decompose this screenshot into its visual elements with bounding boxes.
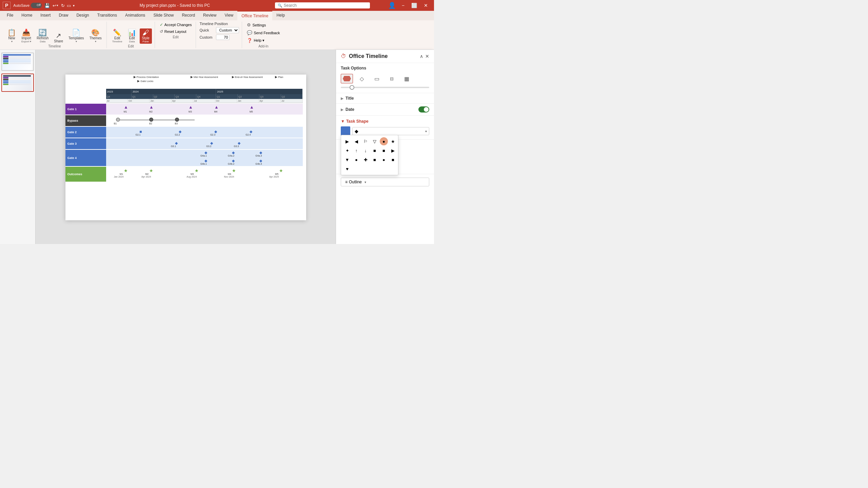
- tab-slideshow[interactable]: Slide Show: [149, 11, 178, 20]
- bypass-b1-circle[interactable]: [116, 118, 120, 122]
- slide-thumb-2[interactable]: 2: [1, 74, 34, 92]
- shape-option-sq1[interactable]: ■: [371, 146, 379, 155]
- edit-timeline-button[interactable]: ✏️ Edit Timeline: [110, 28, 124, 44]
- refresh-button[interactable]: 🔄 Refresh Data: [35, 28, 51, 44]
- shape-option-down[interactable]: ↓: [361, 146, 370, 155]
- customize-icon[interactable]: ▾: [73, 4, 75, 7]
- tab-view[interactable]: View: [220, 11, 237, 20]
- user-icon[interactable]: 👤: [386, 2, 398, 9]
- present-icon[interactable]: ▭: [67, 3, 71, 8]
- shape-option-flag[interactable]: ⚐: [361, 137, 370, 145]
- themes-button[interactable]: 🎨 Themes ▾: [87, 28, 104, 44]
- shape-option-empty2: [361, 165, 370, 173]
- tab-help[interactable]: Help: [272, 11, 289, 20]
- milestone-label-5: Plan: [278, 76, 283, 79]
- panel-header: ⏱ Office Timeline ∧ ✕: [336, 50, 434, 63]
- bypass-b3-circle[interactable]: [175, 118, 179, 122]
- bypass-b2-circle[interactable]: [149, 118, 153, 122]
- outline-icon: ≡: [345, 180, 348, 184]
- shape-option-cross[interactable]: ✚: [361, 156, 370, 164]
- gate1-m1-label: M1: [124, 110, 127, 113]
- slider-thumb[interactable]: [350, 85, 354, 90]
- outcomes-m1[interactable]: ★: [124, 168, 128, 173]
- new-button[interactable]: 📋 New ▾: [5, 28, 18, 44]
- shape-option-tri-right[interactable]: ▶: [389, 146, 397, 155]
- tab-animations[interactable]: Animations: [121, 11, 149, 20]
- search-input[interactable]: [284, 3, 367, 8]
- share-button[interactable]: ↗ Share: [52, 32, 65, 44]
- shape-color-swatch[interactable]: [341, 126, 350, 136]
- outcomes-m4[interactable]: ★: [232, 168, 236, 173]
- shape-option-dot[interactable]: ●: [380, 156, 388, 164]
- shape-option-sparkle[interactable]: ✦: [343, 146, 351, 155]
- tab-home[interactable]: Home: [17, 11, 36, 20]
- gate1-m3[interactable]: ▼: [189, 105, 193, 110]
- shape-option-sq4[interactable]: ■: [389, 156, 397, 164]
- shape-type-rect[interactable]: ▭: [371, 74, 383, 83]
- outcomes-m2[interactable]: ★: [149, 168, 153, 173]
- shape-option-down-tri[interactable]: ▽: [371, 137, 379, 145]
- templates-button[interactable]: 📄 Templates ▾: [66, 28, 86, 44]
- style-pane-button[interactable]: 🖌 Style Pane: [140, 28, 152, 44]
- reset-layout-button[interactable]: ↺ Reset Layout: [158, 28, 193, 35]
- tab-review[interactable]: Review: [199, 11, 220, 20]
- shape-option-play[interactable]: ▶: [343, 137, 351, 145]
- title-accordion-header[interactable]: ▶ Title: [336, 93, 434, 103]
- tab-record[interactable]: Record: [178, 11, 199, 20]
- import-button[interactable]: 📥 Import Export ▾: [19, 28, 33, 44]
- close-button[interactable]: ✕: [420, 0, 431, 11]
- panel-collapse-icon[interactable]: ∧: [420, 54, 423, 59]
- slider-track[interactable]: [341, 87, 429, 88]
- outline-button[interactable]: ≡ Outline ▾: [341, 178, 429, 186]
- gate1-m1[interactable]: ▼: [124, 105, 128, 110]
- outcomes-m4-date: Nov 2024: [224, 176, 234, 178]
- search-bar[interactable]: 🔍: [275, 2, 370, 8]
- gate1-m5[interactable]: ▼: [250, 105, 254, 110]
- shape-selector-arrow-icon: ▾: [425, 129, 427, 133]
- quick-select[interactable]: Custom: [216, 27, 239, 33]
- tab-transitions[interactable]: Transitions: [93, 11, 121, 20]
- shape-option-sq2[interactable]: ■: [380, 146, 388, 155]
- slide-thumb-1[interactable]: 1: [1, 53, 34, 71]
- edit-data-button[interactable]: 📊 Edit Data: [126, 28, 138, 44]
- shape-type-double[interactable]: ⊟: [386, 74, 398, 83]
- tab-design[interactable]: Design: [72, 11, 93, 20]
- outcomes-label: Outcomes: [65, 167, 106, 182]
- undo-button[interactable]: ↩▾: [52, 2, 59, 9]
- outcomes-m5[interactable]: ★: [279, 168, 283, 173]
- shape-type-pentagon[interactable]: [341, 74, 353, 83]
- shape-option-heart[interactable]: ♥: [343, 165, 351, 173]
- tab-file[interactable]: File: [3, 11, 17, 20]
- slide[interactable]: ▶ Process Orientation ▶ Gate Locks ▶ Mid…: [65, 75, 306, 220]
- tab-insert[interactable]: Insert: [36, 11, 55, 20]
- gate1-m2[interactable]: ▼: [149, 105, 154, 110]
- shape-selector[interactable]: ◆ ▾ ▶ ◀ ⚐ ▽ ● ★ ✦ ↑ ↓: [352, 127, 429, 135]
- accept-changes-button[interactable]: ✓ Accept Changes: [158, 22, 193, 28]
- shape-option-star[interactable]: ★: [389, 137, 397, 145]
- panel-close-icon[interactable]: ✕: [425, 54, 429, 59]
- autosave-toggle[interactable]: Off: [31, 3, 42, 8]
- shape-option-up[interactable]: ↑: [352, 146, 360, 155]
- shape-option-circle2[interactable]: ●: [352, 156, 360, 164]
- redo-icon[interactable]: ↻: [61, 3, 65, 8]
- send-feedback-button[interactable]: 💬 Send Feedback: [245, 29, 281, 36]
- tab-office-timeline[interactable]: Office Timeline: [237, 11, 272, 20]
- help-button[interactable]: ❓ Help ▾: [245, 37, 281, 44]
- restore-button[interactable]: ⬜: [408, 0, 420, 11]
- minimize-button[interactable]: −: [398, 0, 408, 11]
- shape-type-bar[interactable]: ▦: [400, 74, 413, 83]
- date-accordion-header[interactable]: ▶ Date: [336, 104, 434, 115]
- shape-type-diamond[interactable]: ◇: [356, 74, 368, 83]
- settings-button[interactable]: ⚙ Settings: [245, 22, 281, 28]
- outcomes-m3[interactable]: ★: [195, 168, 199, 173]
- edit-timeline-sub: Timeline: [112, 40, 122, 43]
- gate1-m4[interactable]: ▼: [214, 105, 219, 110]
- tab-draw[interactable]: Draw: [55, 11, 72, 20]
- shape-option-circle[interactable]: ●: [380, 137, 388, 145]
- shape-option-sq3[interactable]: ■: [371, 156, 379, 164]
- shape-option-tri-down[interactable]: ▼: [343, 156, 351, 164]
- shape-option-back[interactable]: ◀: [352, 137, 360, 145]
- custom-input[interactable]: [216, 35, 230, 40]
- date-toggle[interactable]: [418, 106, 429, 113]
- save-icon[interactable]: 💾: [44, 3, 50, 8]
